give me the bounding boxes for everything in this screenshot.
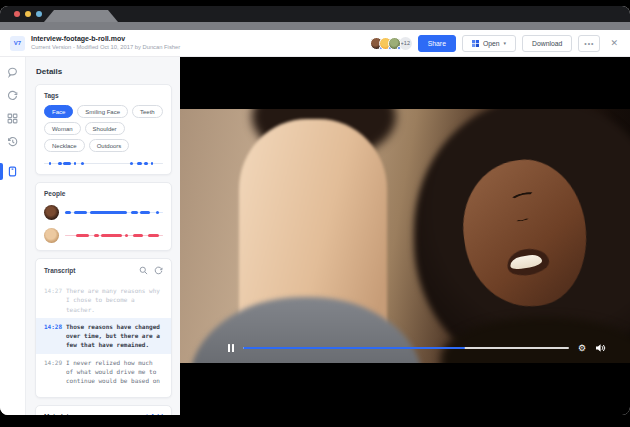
people-label: People — [44, 190, 163, 197]
download-button[interactable]: Download — [522, 35, 572, 52]
transcript-entries: 14:27There are many reasons why I chose … — [44, 282, 163, 390]
video-frame[interactable] — [180, 109, 630, 363]
transcript-timestamp: 14:28 — [44, 322, 61, 350]
transcript-entry[interactable]: 14:28Those reasons have changed over tim… — [36, 318, 171, 354]
tag-pills: FaceSmiling FaceTeethWomanShoulderNeckla… — [44, 105, 163, 152]
timeline-segment — [74, 211, 87, 214]
transcript-text: There are many reasons why I chose to be… — [66, 286, 163, 314]
tags-timeline[interactable] — [44, 161, 163, 165]
icon-rail — [0, 57, 26, 415]
close-traffic-light[interactable] — [14, 11, 20, 17]
address-bar[interactable] — [0, 22, 630, 30]
timeline-segment — [137, 162, 142, 165]
man-avatar[interactable] — [44, 228, 59, 243]
timeline-segment — [140, 211, 150, 214]
transcript-entry[interactable]: 14:29I never relized how much of what wo… — [36, 354, 171, 390]
window-chrome — [0, 6, 630, 22]
file-name: Interview-footage-b-roll.mov — [31, 35, 180, 44]
file-title-block: Interview-footage-b-roll.mov Current Ver… — [31, 35, 180, 51]
person-row — [44, 205, 163, 220]
more-options-button[interactable]: ••• — [578, 35, 600, 52]
open-button[interactable]: Open ▾ — [462, 35, 516, 52]
collaborator-avatars[interactable]: +12 — [370, 37, 412, 50]
progress-bar[interactable] — [243, 347, 569, 350]
timeline-segment — [76, 234, 89, 237]
grid-icon — [7, 113, 18, 124]
timeline-segment — [94, 234, 99, 237]
tag-pill[interactable]: Necklace — [44, 139, 85, 152]
app-body: Details Tags FaceSmiling FaceTeethWomanS… — [0, 57, 630, 415]
sidebar-item-details[interactable] — [0, 160, 25, 183]
tag-pill[interactable]: Shoulder — [85, 122, 125, 135]
transcript-entry[interactable]: 14:27There are many reasons why I chose … — [36, 282, 171, 318]
close-icon[interactable]: ✕ — [606, 38, 620, 48]
search-icon[interactable] — [139, 266, 148, 275]
file-subtitle: Current Version - Modified Oct 10, 2017 … — [31, 44, 180, 51]
add-metadata-button[interactable]: + Add — [145, 413, 163, 415]
timeline-segment — [144, 162, 148, 165]
transcript-header: Transcript — [44, 266, 163, 275]
panel-title: Details — [36, 67, 172, 76]
metadata-label: Metadata — [44, 413, 72, 415]
tag-pill[interactable]: Teeth — [132, 105, 163, 118]
comment-icon — [7, 67, 18, 78]
person-timeline[interactable] — [65, 234, 163, 238]
timeline-segment — [65, 211, 71, 214]
volume-icon[interactable] — [595, 343, 606, 353]
chevron-down-icon: ▾ — [504, 40, 507, 46]
woman-avatar[interactable] — [44, 205, 59, 220]
browser-tab[interactable] — [44, 10, 118, 22]
timeline-segment — [131, 211, 138, 214]
header-actions: +12 Share Open ▾ Download ••• ✕ — [370, 35, 620, 52]
browser-window: V7 Interview-footage-b-roll.mov Current … — [0, 6, 630, 415]
details-panel: Details Tags FaceSmiling FaceTeethWomanS… — [26, 57, 180, 415]
timeline-segment — [81, 162, 85, 165]
online-dot — [397, 46, 401, 50]
video-stage[interactable]: ⚙ — [180, 57, 630, 415]
transcript-text: I never relized how much of what would d… — [66, 358, 163, 386]
transcript-tools — [139, 266, 163, 275]
screen: V7 Interview-footage-b-roll.mov Current … — [0, 0, 630, 427]
sidebar-item-approvals[interactable] — [0, 84, 25, 107]
timeline-segment — [63, 162, 71, 165]
timeline-segment — [101, 234, 122, 237]
tag-pill[interactable]: Smiling Face — [77, 105, 128, 118]
share-button[interactable]: Share — [418, 35, 456, 52]
maximize-traffic-light[interactable] — [36, 11, 42, 17]
person-timeline[interactable] — [65, 211, 163, 215]
approvals-icon — [7, 90, 18, 101]
sidebar-item-comments[interactable] — [0, 61, 25, 84]
timeline-segment — [156, 211, 159, 214]
player-controls: ⚙ — [228, 343, 606, 353]
tag-pill[interactable]: Face — [44, 105, 73, 118]
tag-pill[interactable]: Outdoors — [89, 139, 130, 152]
timeline-segment — [133, 234, 144, 237]
details-icon — [7, 166, 18, 177]
version-badge[interactable]: V7 — [10, 36, 25, 51]
history-icon — [7, 136, 18, 147]
metadata-header: Metadata + Add — [44, 413, 163, 415]
metadata-card: Metadata + Add No metadata applied. Clic… — [35, 405, 172, 415]
person-row — [44, 228, 163, 243]
sidebar-item-scenes[interactable] — [0, 107, 25, 130]
transcript-card: Transcript 14:27There are many reasons w… — [35, 258, 172, 398]
autoscroll-icon[interactable] — [154, 266, 163, 275]
tags-card: Tags FaceSmiling FaceTeethWomanShoulderN… — [35, 84, 172, 175]
timeline-segment — [125, 234, 128, 237]
transcript-label: Transcript — [44, 267, 75, 274]
people-card: People — [35, 182, 172, 251]
pause-button[interactable] — [228, 344, 234, 352]
transcript-text: Those reasons have changed over time, bu… — [66, 322, 163, 350]
sidebar-item-history[interactable] — [0, 130, 25, 153]
tags-label: Tags — [44, 92, 163, 99]
timeline-segment — [130, 162, 134, 165]
tag-pill[interactable]: Woman — [44, 122, 81, 135]
timeline-segment — [148, 234, 159, 237]
settings-gear-icon[interactable]: ⚙ — [578, 344, 586, 353]
transcript-timestamp: 14:27 — [44, 286, 61, 314]
open-button-label: Open — [483, 40, 500, 47]
minimize-traffic-light[interactable] — [25, 11, 31, 17]
progress-fill — [243, 347, 465, 350]
avatar[interactable] — [388, 37, 401, 50]
timeline-segment — [58, 162, 62, 165]
